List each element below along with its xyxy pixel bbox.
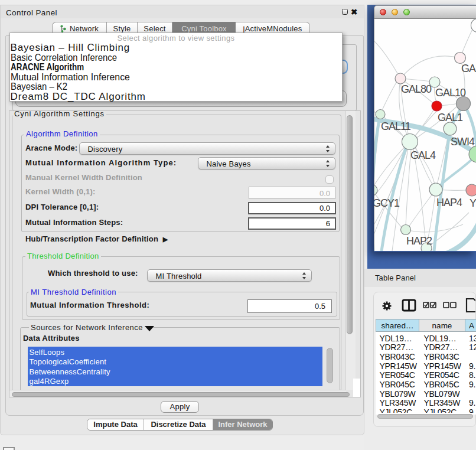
svg-text:YJ: YJ — [470, 197, 476, 209]
svg-text:GAL11: GAL11 — [381, 120, 411, 132]
svg-text:SWI4: SWI4 — [451, 136, 475, 148]
svg-text:HAP4: HAP4 — [436, 197, 462, 208]
svg-text:GAL80: GAL80 — [401, 83, 432, 95]
svg-text:GAL4: GAL4 — [410, 149, 436, 161]
svg-text:GAL10: GAL10 — [435, 87, 466, 99]
svg-text:GAL1: GAL1 — [438, 112, 463, 123]
svg-text:HAP2: HAP2 — [406, 235, 432, 247]
svg-text:GCY1: GCY1 — [374, 197, 400, 209]
svg-text:GAL7: GAL7 — [461, 63, 476, 74]
